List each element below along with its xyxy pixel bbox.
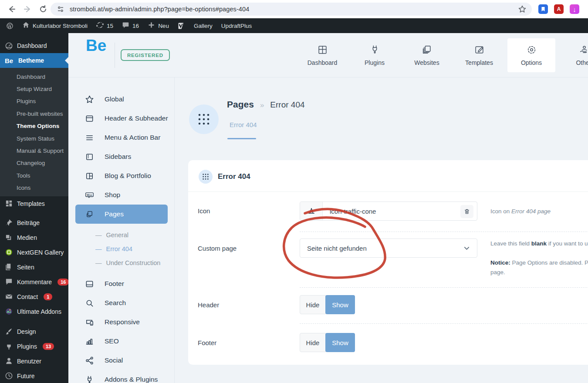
comment-icon [5, 278, 13, 286]
sidebar-item-dashboard[interactable]: Dashboard [0, 38, 68, 53]
tab-plugins[interactable]: Plugins [351, 38, 399, 72]
icon-field-label: Icon [198, 207, 210, 215]
sidebar-item-label: Future [17, 373, 34, 380]
back-icon[interactable] [4, 2, 19, 17]
sidebar-item-design[interactable]: Design [0, 324, 68, 339]
sidebar-item-label: Betheme [18, 57, 44, 64]
bookmark-star-icon[interactable] [518, 5, 527, 13]
download-extension-icon[interactable]: ↓ [570, 4, 579, 14]
sidebar-item-benutzer[interactable]: Benutzer [0, 354, 68, 369]
breadcrumb-current: Error 404 [270, 100, 304, 110]
sidebar-item-search[interactable]: Search [68, 293, 175, 312]
submenu-theme-options[interactable]: Theme Options [0, 120, 68, 132]
submenu-plugins[interactable]: Plugins [0, 95, 68, 108]
sidebar-item-label: NextGEN Gallery [17, 249, 64, 256]
tab-options[interactable]: Options [507, 38, 555, 72]
panel-dots-icon [199, 170, 213, 184]
updraft-item[interactable]: UpdraftPlus [217, 18, 257, 33]
sidebar-item-kommentare[interactable]: Kommentare 16 [0, 275, 68, 289]
sidebar-item-contact[interactable]: Contact 1 [0, 289, 68, 304]
trash-icon[interactable] [460, 205, 473, 218]
submenu-manual-support[interactable]: Manual & Support [0, 144, 68, 157]
icon-field[interactable]: icon-traffic-cone [300, 202, 477, 221]
visit-site-item[interactable]: Kulturlabor Stromboli [18, 18, 92, 33]
sidebar-item-seiten[interactable]: Seiten [0, 260, 68, 275]
sidebar-item-plugins[interactable]: Plugins 13 [0, 339, 68, 354]
sidebar-item-betheme[interactable]: Be Betheme [0, 53, 68, 68]
sidebar-item-menu-action-bar[interactable]: Menu & Action Bar [68, 128, 175, 147]
submenu-changelog[interactable]: Changelog [0, 157, 68, 169]
tab-websites[interactable]: Websites [403, 38, 451, 72]
footer-show-button[interactable]: Show [325, 333, 355, 352]
comments-item[interactable]: 16 [118, 18, 143, 33]
notice-text-line2: page. [490, 269, 505, 275]
sidebar-item-pages[interactable]: Pages [75, 205, 168, 224]
forward-icon[interactable] [20, 2, 35, 17]
sidebar-item-beitraege[interactable]: Beiträge [0, 215, 68, 230]
sidebar-item-header-subheader[interactable]: Header & Subheader [68, 109, 175, 128]
hamburger-icon [85, 133, 94, 142]
custom-page-label: Custom page [198, 245, 237, 252]
sidebar-item-responsive[interactable]: Responsive [68, 312, 175, 332]
custom-page-help-text: Leave this field blank if you want to us… [490, 240, 588, 247]
tab-other[interactable]: Other [560, 38, 588, 72]
address-bar[interactable]: stromboli.at/wp-admin/admin.php?page=be-… [51, 3, 532, 16]
tab-error-404[interactable]: Error 404 [230, 121, 257, 128]
sidebar-item-shop[interactable]: Woo Shop [68, 185, 175, 205]
sidebar-item-addons-plugins[interactable]: Addons & Plugins [68, 370, 175, 383]
stacked-pages-icon [422, 44, 433, 55]
header-hide-button[interactable]: Hide [300, 295, 326, 314]
tab-dashboard[interactable]: Dashboard [298, 38, 346, 72]
gallery-item[interactable]: Gallery [189, 18, 217, 33]
footer-hide-button[interactable]: Hide [300, 333, 326, 352]
submenu-dashboard[interactable]: Dashboard [0, 71, 68, 83]
yoast-item[interactable] [173, 18, 189, 33]
sidebar-box-icon [85, 152, 94, 161]
sidebar-item-label: Seiten [17, 264, 34, 271]
custom-page-value: Seite nicht gefunden [307, 245, 367, 252]
subitem-general[interactable]: —General [95, 228, 128, 242]
subitem-under-construction[interactable]: —Under Construction [95, 256, 160, 270]
new-item[interactable]: Neu [143, 18, 173, 33]
submenu-system-status[interactable]: System Status [0, 132, 68, 144]
sidebar-item-global[interactable]: Global [68, 90, 175, 109]
updates-item[interactable]: 15 [92, 18, 118, 33]
site-settings-icon[interactable] [57, 5, 64, 13]
sidebar-item-nextgen[interactable]: NextGEN Gallery [0, 245, 68, 260]
sidebar-item-blog-portfolio[interactable]: Blog & Portfolio [68, 166, 175, 185]
sidebar-item-medien[interactable]: Medien [0, 230, 68, 245]
chevron-down-icon [463, 245, 470, 252]
sidebar-item-label: Contact [17, 293, 38, 300]
submenu-icons[interactable]: Icons [0, 182, 68, 194]
pages-icon [5, 263, 13, 271]
betheme-main: Pages » Error 404 Error 404 Error 404 Ic… [175, 77, 588, 383]
submenu-setup-wizard[interactable]: Setup Wizard [0, 83, 68, 95]
custom-page-select[interactable]: Seite nicht gefunden [300, 239, 477, 258]
sidebar-item-seo[interactable]: SEO [68, 332, 175, 351]
sidebar-item-future[interactable]: Future [0, 369, 68, 383]
overlap-squares-icon [85, 210, 94, 219]
contact-count-badge: 1 [44, 293, 52, 300]
pdf-extension-icon[interactable]: A [554, 4, 564, 14]
tab-active-underline [227, 138, 256, 139]
sidebar-item-social[interactable]: Social [68, 351, 175, 370]
reload-icon[interactable] [36, 2, 51, 17]
submenu-prebuilt-websites[interactable]: Pre-built websites [0, 108, 68, 120]
header-show-button[interactable]: Show [325, 295, 355, 314]
sidebar-item-templates[interactable]: Templates [0, 196, 68, 211]
submenu-tools[interactable]: Tools [0, 169, 68, 181]
sidebar-item-sidebars[interactable]: Sidebars [68, 147, 175, 166]
wordpress-logo-icon[interactable] [0, 18, 18, 33]
screen: stromboli.at/wp-admin/admin.php?page=be-… [0, 0, 588, 383]
sidebar-item-ultimate-addons[interactable]: Ultimate Addons [0, 304, 68, 319]
bookmarks-extension-icon[interactable] [538, 4, 548, 14]
plug-icon [85, 375, 94, 383]
url-text[interactable]: stromboli.at/wp-admin/admin.php?page=be-… [70, 6, 249, 13]
sidebar-item-footer[interactable]: Footer [68, 274, 175, 293]
betheme-mini-logo: Be [5, 57, 14, 64]
menu-separator [0, 211, 68, 215]
tab-templates[interactable]: Templates [455, 38, 503, 72]
panel-title: Error 404 [218, 172, 250, 181]
subitem-error-404[interactable]: —Error 404 [95, 242, 132, 256]
plus-icon [148, 21, 155, 30]
